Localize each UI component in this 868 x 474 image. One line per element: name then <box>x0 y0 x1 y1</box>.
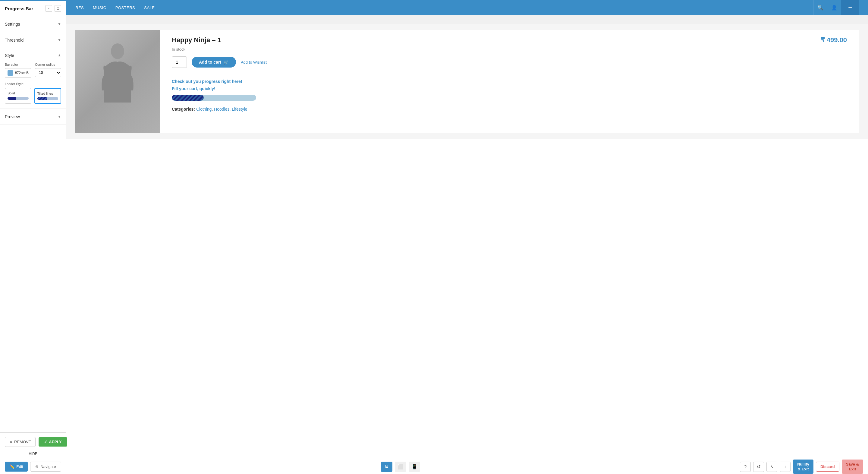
categories-label: Categories: <box>172 107 195 112</box>
preview-label: Preview <box>5 114 20 119</box>
product-price: ₹ 499.00 <box>821 36 847 44</box>
color-swatch <box>7 70 13 76</box>
preview-chevron: ▼ <box>58 115 61 119</box>
loader-style-section: Loader Style Solid Tilted lines <box>5 82 61 104</box>
main-content: RES MUSIC POSTERS SALE 🔍 👤 ☰ <box>66 0 868 459</box>
expand-button[interactable]: ⊡ <box>55 5 61 12</box>
color-value: #72acd6 <box>15 71 29 75</box>
nav-icons: 🔍 👤 ☰ <box>813 0 859 15</box>
loader-style-label: Loader Style <box>5 82 61 86</box>
style-fields-row: Bar color #72acd6 Corner radius 10 0 5 1… <box>5 63 61 78</box>
panel-title: Progress Bar <box>5 6 33 11</box>
bar-color-label: Bar color <box>5 63 31 66</box>
remove-x-icon: ✕ <box>9 440 13 444</box>
style-section-header[interactable]: Style ▼ <box>5 53 61 58</box>
remove-button[interactable]: ✕ REMOVE <box>5 437 36 447</box>
category-lifestyle[interactable]: Lifestyle <box>232 107 247 112</box>
panel-header: Progress Bar × ⊡ <box>0 1 66 16</box>
hide-label[interactable]: HIDE <box>0 452 66 459</box>
category-hoodies[interactable]: Hoodies <box>214 107 229 112</box>
product-image <box>75 30 160 133</box>
divider <box>172 74 847 74</box>
remove-label: REMOVE <box>14 440 31 444</box>
progress-heading[interactable]: Check out you progress right here! <box>172 79 847 84</box>
nav-items: RES MUSIC POSTERS SALE <box>75 5 813 10</box>
bar-color-input[interactable]: #72acd6 <box>5 68 31 78</box>
panel-header-icons: × ⊡ <box>45 5 61 12</box>
left-panel: Progress Bar × ⊡ Settings ▼ Threshold ▼ … <box>0 0 66 459</box>
product-stock: In stock <box>172 47 847 52</box>
panel-footer: ✕ REMOVE ✓ APPLY <box>0 433 66 451</box>
settings-label: Settings <box>5 22 20 27</box>
search-nav-icon[interactable]: 🔍 <box>813 0 827 15</box>
settings-section[interactable]: Settings ▼ <box>0 16 66 32</box>
product-area: Happy Ninja – 1 ₹ 499.00 In stock Add to… <box>66 24 868 139</box>
product-actions: Add to cart 🛒 Add to Wishlist <box>172 56 847 68</box>
settings-chevron: ▼ <box>58 22 61 26</box>
product-silhouette <box>99 42 135 121</box>
add-to-wishlist-link[interactable]: Add to Wishlist <box>241 60 267 64</box>
corner-radius-wrapper: 10 0 5 15 20 <box>35 68 61 77</box>
product-name: Happy Ninja – 1 <box>172 36 221 44</box>
progress-subheading: Fill your cart, quickly! <box>172 86 847 91</box>
style-section: Style ▼ Bar color #72acd6 Corner radius <box>0 48 66 109</box>
quantity-input[interactable] <box>172 56 187 68</box>
loader-tilted-label: Tilted lines <box>37 92 59 95</box>
close-button[interactable]: × <box>45 5 52 12</box>
user-nav-icon[interactable]: 👤 <box>827 0 841 15</box>
category-clothing[interactable]: Clothing <box>196 107 212 112</box>
product-image-placeholder <box>75 30 160 133</box>
style-label: Style <box>5 53 14 58</box>
spacer-top <box>66 15 868 24</box>
loader-options: Solid Tilted lines <box>5 88 61 104</box>
threshold-label: Threshold <box>5 38 24 42</box>
product-top: Happy Ninja – 1 ₹ 499.00 <box>172 36 847 44</box>
loader-solid-label: Solid <box>7 91 29 95</box>
panel-scroll: Settings ▼ Threshold ▼ Style ▼ Bar color… <box>0 16 66 432</box>
preview-section[interactable]: Preview ▼ <box>0 109 66 125</box>
style-chevron: ▼ <box>58 53 61 58</box>
add-to-cart-button[interactable]: Add to cart 🛒 <box>192 57 236 67</box>
svg-point-0 <box>111 43 124 59</box>
nav-item-posters[interactable]: POSTERS <box>116 5 135 10</box>
apply-check-icon: ✓ <box>44 440 47 444</box>
add-to-cart-label: Add to cart <box>199 60 221 64</box>
nav-item-res[interactable]: RES <box>75 5 84 10</box>
cart-icon: 🛒 <box>224 60 229 64</box>
progress-bar-fill <box>172 95 204 101</box>
loader-tilted-option[interactable]: Tilted lines <box>34 88 61 104</box>
corner-radius-select[interactable]: 10 0 5 15 20 <box>35 68 61 77</box>
threshold-section[interactable]: Threshold ▼ <box>0 32 66 48</box>
product-details: Happy Ninja – 1 ₹ 499.00 In stock Add to… <box>160 30 859 133</box>
loader-solid-option[interactable]: Solid <box>5 88 31 104</box>
nav-item-sale[interactable]: SALE <box>144 5 155 10</box>
categories-row: Categories: Clothing, Hoodies, Lifestyle <box>172 107 847 112</box>
corner-radius-label: Corner radius <box>35 63 61 66</box>
nav-item-music[interactable]: MUSIC <box>93 5 106 10</box>
menu-nav-icon[interactable]: ☰ <box>841 0 859 15</box>
apply-label: APPLY <box>49 440 61 444</box>
loader-solid-preview <box>7 97 29 100</box>
panel-footer-area: ✕ REMOVE ✓ APPLY HIDE <box>0 432 66 459</box>
corner-radius-field: Corner radius 10 0 5 15 20 <box>35 63 61 78</box>
top-nav: RES MUSIC POSTERS SALE 🔍 👤 ☰ <box>66 0 868 15</box>
apply-button[interactable]: ✓ APPLY <box>38 437 67 447</box>
loader-tilted-preview <box>37 97 59 100</box>
threshold-chevron: ▼ <box>58 38 61 42</box>
bar-color-field: Bar color #72acd6 <box>5 63 31 78</box>
progress-bar-container <box>172 95 256 101</box>
